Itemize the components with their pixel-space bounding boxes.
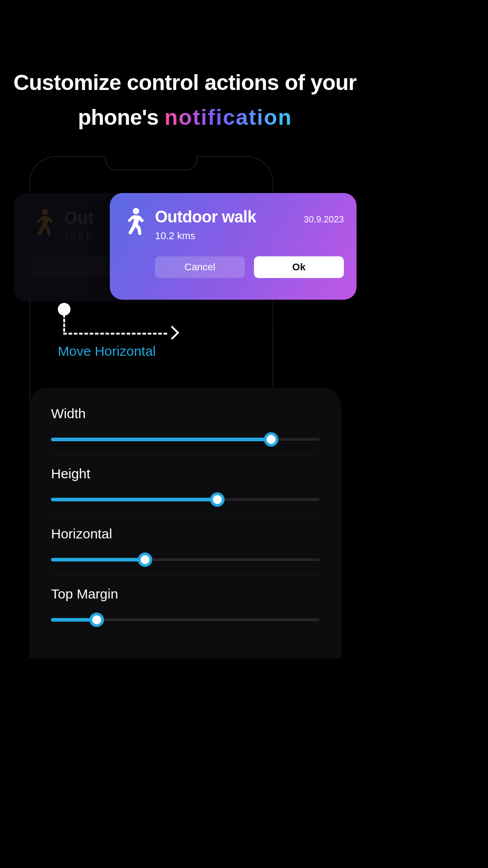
slider-track[interactable] xyxy=(51,615,319,624)
notification-title: Outdoor walk xyxy=(155,208,256,226)
slider-track[interactable] xyxy=(51,495,319,504)
dim-title: Out xyxy=(64,208,94,228)
slider-label: Top Margin xyxy=(51,586,319,602)
ok-button[interactable]: Ok xyxy=(254,256,344,278)
slider-label: Width xyxy=(51,406,319,421)
slider-thumb[interactable] xyxy=(264,432,278,447)
slider-thumb[interactable] xyxy=(138,552,152,567)
move-hint-label: Move Horizontal xyxy=(58,344,156,359)
slider-height: Height xyxy=(51,466,319,515)
headline: Customize control actions of your phone'… xyxy=(0,66,370,135)
notification-card[interactable]: Outdoor walk 30.9.2023 10.2 kms Cancel O… xyxy=(110,193,357,300)
slider-thumb[interactable] xyxy=(210,492,225,507)
headline-line2-prefix: phone's xyxy=(78,105,164,129)
slider-horizontal: Horizontal xyxy=(51,526,319,576)
move-hint: Move Horizontal xyxy=(58,303,70,316)
headline-highlight: notification xyxy=(164,105,292,129)
sliders-panel: Width Height Horizontal Top Margin xyxy=(29,388,341,658)
svg-point-1 xyxy=(133,208,139,214)
slider-width: Width xyxy=(51,406,319,455)
notification-date: 30.9.2023 xyxy=(304,214,344,225)
svg-point-0 xyxy=(42,209,48,215)
slider-top-margin: Top Margin xyxy=(51,586,319,635)
slider-track[interactable] xyxy=(51,555,319,564)
headline-line1: Customize control actions of your xyxy=(14,71,357,94)
slider-thumb[interactable] xyxy=(89,613,104,627)
cancel-button[interactable]: Cancel xyxy=(155,256,245,278)
dashed-arrow-right-icon xyxy=(63,326,176,340)
slider-label: Height xyxy=(51,466,319,481)
walk-icon xyxy=(32,208,53,236)
dim-sub: 10.2 k xyxy=(64,231,94,242)
slider-track[interactable] xyxy=(51,435,319,444)
slider-label: Horizontal xyxy=(51,526,319,542)
notification-subtitle: 10.2 kms xyxy=(155,230,344,242)
walk-icon xyxy=(122,208,144,236)
